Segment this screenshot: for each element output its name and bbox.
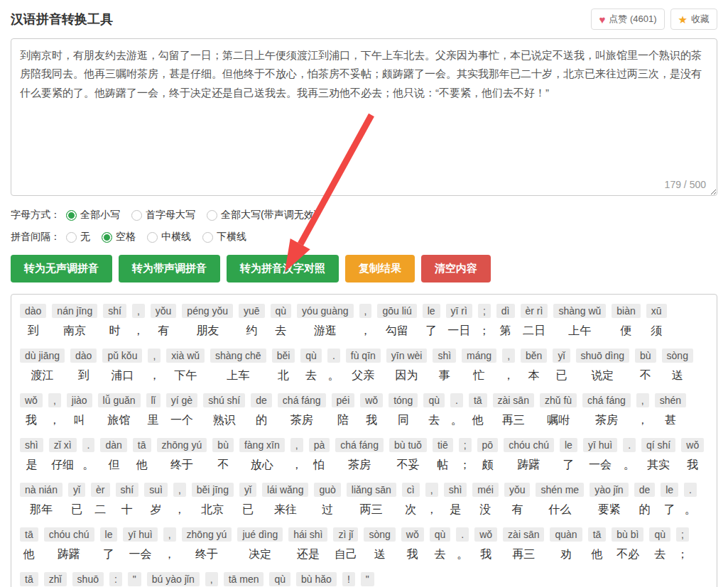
token-hanzi: 来往 <box>274 503 297 517</box>
pinyin-hanzi-token: bù不 <box>212 438 234 473</box>
pinyin-hanzi-token: yóu guàng游逛 <box>297 304 353 339</box>
copy-result-button[interactable]: 复制结果 <box>345 255 415 282</box>
token-pinyin: shì <box>444 483 467 497</box>
token-hanzi: 了 <box>425 324 437 339</box>
token-hanzi: 我 <box>687 458 698 473</box>
favorite-button-label: 收藏 <box>691 13 710 26</box>
token-pinyin: shàng chē <box>210 349 266 363</box>
radio-icon <box>207 210 217 221</box>
token-hanzi: 是 <box>450 503 461 517</box>
radio-sep-underscore-label: 下横线 <box>217 231 246 243</box>
pinyin-hanzi-token: běi jīng北京 <box>192 483 234 517</box>
convert-plain-pinyin-button[interactable]: 转为无声调拼音 <box>11 255 112 282</box>
radio-lowercase[interactable]: 全部小写 <box>66 209 120 221</box>
pinyin-hanzi-token: xià wǔ下午 <box>166 349 205 383</box>
token-pinyin: bù <box>635 349 656 363</box>
pinyin-hanzi-token: ,， <box>48 393 61 428</box>
radio-sep-none[interactable]: 无 <box>66 231 90 243</box>
radio-sep-hyphen[interactable]: 中横线 <box>147 231 191 243</box>
clear-content-button[interactable]: 清空内容 <box>421 255 491 282</box>
convert-pinyin-hanzi-compare-button[interactable]: 转为拼音汉字对照 <box>227 255 339 282</box>
token-pinyin: qù <box>269 572 290 586</box>
token-hanzi: 劝 <box>560 547 572 562</box>
token-pinyin: wǒ <box>474 527 497 542</box>
token-hanzi: 送 <box>672 368 683 383</box>
token-hanzi: 放心 <box>251 458 273 473</box>
token-hanzi: 时 <box>109 324 121 339</box>
token-pinyin: shú shí <box>203 393 245 407</box>
pinyin-hanzi-token: nà nián那年 <box>20 483 63 517</box>
convert-tone-pinyin-button[interactable]: 转为带声调拼音 <box>119 255 220 282</box>
token-hanzi: 去 <box>428 413 440 428</box>
token-pinyin: , <box>173 483 186 497</box>
token-hanzi: 北 <box>278 368 289 383</box>
token-hanzi: 本 <box>528 368 540 383</box>
token-pinyin: qù <box>430 527 451 542</box>
token-pinyin: gōu liú <box>377 304 416 318</box>
token-pinyin: . <box>623 438 636 452</box>
pinyin-hanzi-token: bú yào jǐn不要紧 <box>147 572 200 587</box>
pinyin-hanzi-token: qù去 <box>300 349 322 383</box>
action-buttons: 转为无声调拼音 转为带声调拼音 转为拼音汉字对照 复制结果 清空内容 <box>11 255 717 282</box>
token-pinyin: nán jīng <box>52 304 97 318</box>
token-hanzi: 两三 <box>360 503 383 517</box>
token-pinyin: chóu chú <box>44 527 94 542</box>
token-pinyin: hái shì <box>288 527 327 542</box>
token-hanzi: ， <box>426 503 438 517</box>
pinyin-hanzi-token: shuō dìng说定 <box>576 349 630 383</box>
token-hanzi: 上车 <box>227 368 249 383</box>
token-pinyin: tā <box>20 527 38 542</box>
token-pinyin: . <box>456 527 469 542</box>
like-button[interactable]: ♥ 点赞 (4601) <box>591 9 664 30</box>
token-hanzi: 。 <box>685 503 696 517</box>
token-hanzi: 。 <box>451 413 462 428</box>
radio-sep-space[interactable]: 空格 <box>102 231 136 243</box>
like-button-label: 点赞 (4601) <box>609 13 656 26</box>
radio-capitalize[interactable]: 首字母大写 <box>131 209 195 221</box>
radio-sep-underscore[interactable]: 下横线 <box>202 231 246 243</box>
token-hanzi: 十 <box>121 503 133 517</box>
token-pinyin: bù tuǒ <box>389 438 427 452</box>
token-hanzi: 旅馆 <box>108 413 131 428</box>
radio-uppercase[interactable]: 全部大写(带声调无效) <box>207 209 317 221</box>
token-pinyin: chá fáng <box>582 393 631 407</box>
token-pinyin: ; <box>676 527 689 542</box>
pinyin-hanzi-token: yǒu有 <box>151 304 177 339</box>
pinyin-hanzi-token: èr二 <box>91 483 109 517</box>
pinyin-hanzi-token: wǒ我 <box>681 438 704 473</box>
token-hanzi: 熟识 <box>213 413 236 428</box>
pinyin-hanzi-token: ;； <box>478 304 491 339</box>
pinyin-hanzi-token: tā他 <box>20 527 38 562</box>
pinyin-hanzi-token: pà怕 <box>309 438 330 473</box>
token-pinyin: yǐ <box>68 483 85 497</box>
token-hanzi: ； <box>479 324 490 339</box>
token-hanzi: 过 <box>322 503 333 517</box>
token-pinyin: yī huì <box>583 438 617 452</box>
pinyin-hanzi-token: yǐ已 <box>68 483 85 517</box>
token-hanzi: 决定 <box>249 547 271 562</box>
token-hanzi: 仔细 <box>51 458 74 473</box>
token-pinyin: pǔ kǒu <box>102 349 142 363</box>
token-hanzi: 一日 <box>447 324 470 339</box>
token-pinyin: wǒ <box>360 393 383 407</box>
favorite-button[interactable]: ★ 收藏 <box>670 9 717 30</box>
token-pinyin: " <box>361 572 374 586</box>
token-pinyin: cì <box>402 483 420 497</box>
pinyin-hanzi-token: lái wǎng来往 <box>262 483 308 517</box>
token-pinyin: yǐ <box>239 483 256 497</box>
token-pinyin: , <box>359 304 372 318</box>
token-pinyin: èr rì <box>521 304 548 318</box>
token-pinyin: pà <box>309 438 330 452</box>
token-hanzi: 其实 <box>647 458 670 473</box>
header: 汉语拼音转换工具 ♥ 点赞 (4601) ★ 收藏 <box>11 9 717 30</box>
pinyin-hanzi-token: ,， <box>359 304 372 339</box>
pinyin-hanzi-token: zài sān再三 <box>493 393 534 428</box>
pinyin-hanzi-token: pō颇 <box>477 438 499 473</box>
pinyin-hanzi-token: chá fáng茶房 <box>278 393 326 428</box>
token-pinyin: zhǔ fù <box>540 393 577 407</box>
token-hanzi: 我 <box>366 413 377 428</box>
token-pinyin: tā <box>588 527 607 542</box>
token-pinyin: shàng wǔ <box>553 304 606 318</box>
token-pinyin: péng yǒu <box>182 304 233 318</box>
source-text-input[interactable]: 到南京时，有朋友约去游逛，勾留了一日；第二日上午便须渡江到浦口，下午上车北去。父… <box>11 38 717 196</box>
